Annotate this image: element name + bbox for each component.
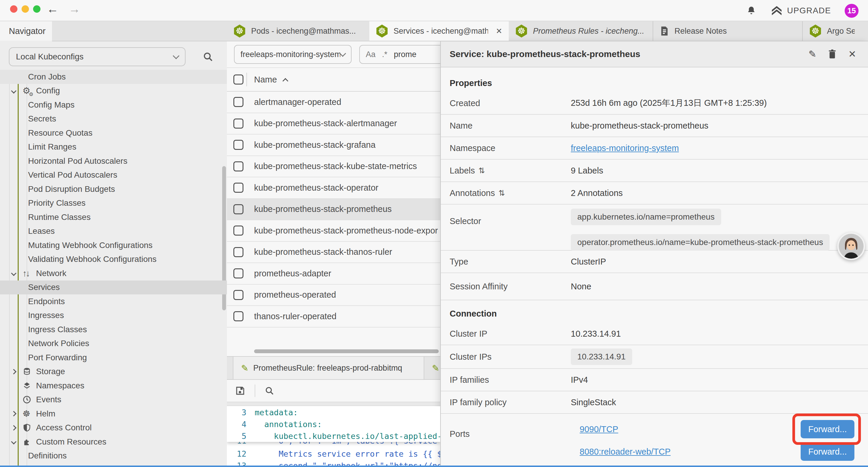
- chevron-right-icon[interactable]: [12, 426, 23, 430]
- sidebar-item-events[interactable]: Events: [0, 393, 227, 407]
- close-icon[interactable]: ✕: [848, 49, 856, 60]
- sidebar-item-resource-quotas[interactable]: Resource Quotas: [0, 126, 227, 140]
- trash-icon[interactable]: [828, 49, 837, 59]
- tab-release-notes[interactable]: Release Notes: [653, 21, 802, 41]
- minimize-window-button[interactable]: [22, 5, 29, 13]
- row-checkbox[interactable]: [234, 140, 243, 150]
- sidebar-item-vertical-pod-autoscalers[interactable]: Vertical Pod Autoscalers: [0, 168, 227, 182]
- forward-arrow-icon[interactable]: →: [68, 2, 80, 16]
- kubeconfig-selector[interactable]: Local Kubeconfigs: [9, 47, 186, 66]
- sidebar-item-runtime-classes[interactable]: Runtime Classes: [0, 210, 227, 224]
- row-checkbox[interactable]: [234, 183, 243, 193]
- sidebar-item-port-forwarding[interactable]: Port Forwarding: [0, 351, 227, 365]
- editor-gutter-strip: [227, 402, 440, 406]
- yaml-editor[interactable]: 3metadata:4annotations:5kubectl.kubernet…: [227, 406, 440, 467]
- table-row[interactable]: kube-prometheus-stack-thanos-ruler: [227, 242, 440, 263]
- forward-port-button[interactable]: Forward...: [801, 420, 855, 438]
- sidebar-item-helm[interactable]: ☸Helm: [0, 407, 227, 421]
- close-tab-icon[interactable]: ✕: [496, 27, 502, 36]
- tab-prometheus-rules[interactable]: ☸Prometheus Rules - icecheng...: [509, 21, 653, 41]
- table-row[interactable]: kube-prometheus-stack-prometheus-node-ex…: [227, 220, 440, 242]
- sidebar-item-access-control[interactable]: Access Control: [0, 421, 227, 435]
- editor-tab-prometheusrule[interactable]: ✎ PrometheusRule: freeleaps-prod-rabbitm…: [233, 357, 424, 379]
- row-checkbox[interactable]: [234, 290, 243, 300]
- editor-search-icon[interactable]: [264, 385, 275, 396]
- resource-tree: Cron Jobs⚙⚙ConfigConfig MapsSecretsResou…: [0, 70, 227, 463]
- sidebar-item-ingress-classes[interactable]: Ingress Classes: [0, 322, 227, 337]
- sidebar-item-custom-resources[interactable]: Custom Resources: [0, 435, 227, 449]
- horizontal-scrollbar[interactable]: [254, 349, 439, 353]
- sidebar-item-leases[interactable]: Leases: [0, 224, 227, 238]
- table-row[interactable]: kube-prometheus-stack-operator: [227, 177, 440, 199]
- sidebar-item-horizontal-pod-autoscalers[interactable]: Horizontal Pod Autoscalers: [0, 154, 227, 168]
- sidebar-item-limit-ranges[interactable]: Limit Ranges: [0, 140, 227, 154]
- sidebar-item-endpoints[interactable]: Endpoints: [0, 294, 227, 309]
- chevron-right-icon[interactable]: [12, 412, 23, 415]
- table-row[interactable]: kube-prometheus-stack-grafana: [227, 135, 440, 156]
- namespace-link[interactable]: freeleaps-monitoring-system: [571, 143, 679, 153]
- chevron-down-icon[interactable]: [12, 89, 23, 93]
- upgrade-button[interactable]: UPGRADE: [771, 5, 831, 16]
- row-checkbox[interactable]: [234, 311, 243, 321]
- sidebar-item-namespaces[interactable]: Namespaces: [0, 379, 227, 393]
- table-row[interactable]: prometheus-adapter: [227, 263, 440, 285]
- table-row[interactable]: thanos-ruler-operated: [227, 306, 440, 327]
- table-row[interactable]: kube-prometheus-stack-kube-state-metrics: [227, 156, 440, 178]
- table-row[interactable]: kube-prometheus-stack-prometheus: [227, 199, 440, 221]
- sidebar-item-secrets[interactable]: Secrets: [0, 112, 227, 126]
- tab-pods[interactable]: ☸Pods - icecheng@mathmas...: [227, 21, 369, 41]
- table-row[interactable]: alertmanager-operated: [227, 92, 440, 113]
- chevron-down-icon[interactable]: [12, 440, 23, 444]
- service-name: kube-prometheus-stack-grafana: [254, 140, 375, 150]
- row-checkbox[interactable]: [234, 226, 243, 236]
- sidebar-item-network-policies[interactable]: Network Policies: [0, 337, 227, 351]
- table-search-input[interactable]: Aa .* prome: [359, 45, 440, 64]
- sidebar-item-cron-jobs[interactable]: Cron Jobs: [0, 70, 227, 84]
- sidebar-item-pod-disruption-budgets[interactable]: Pod Disruption Budgets: [0, 182, 227, 196]
- chevron-down-icon[interactable]: [12, 271, 23, 275]
- navigator-tab[interactable]: Navigator: [0, 21, 52, 41]
- sidebar-item-services[interactable]: Services: [0, 281, 227, 295]
- chevron-right-icon[interactable]: [12, 370, 23, 374]
- match-case-toggle[interactable]: Aa: [366, 50, 375, 59]
- row-checkbox[interactable]: [234, 162, 243, 171]
- port-link[interactable]: 8080:reloader-web/TCP: [580, 447, 671, 457]
- sidebar-item-validating-webhook-configurations[interactable]: Validating Webhook Configurations: [0, 253, 227, 267]
- sidebar-item-ingresses[interactable]: Ingresses: [0, 309, 227, 323]
- sidebar-item-network[interactable]: ↑↓Network: [0, 266, 227, 281]
- search-icon[interactable]: [202, 51, 214, 63]
- table-row[interactable]: kube-prometheus-stack-alertmanager: [227, 113, 440, 135]
- close-window-button[interactable]: [10, 5, 18, 13]
- tab-argo[interactable]: ☸Argo Se: [802, 21, 861, 41]
- forward-port-button[interactable]: Forward...: [801, 442, 855, 461]
- sidebar-item-storage[interactable]: Storage: [0, 365, 227, 379]
- arrows-up-down-icon: ↑↓: [23, 269, 29, 278]
- row-checkbox[interactable]: [234, 119, 243, 128]
- expand-collapse-icon[interactable]: ⇅: [478, 166, 485, 175]
- row-checkbox[interactable]: [234, 97, 243, 107]
- edit-pencil-icon[interactable]: ✎: [808, 49, 816, 60]
- sidebar-item-priority-classes[interactable]: Priority Classes: [0, 196, 227, 210]
- expand-collapse-icon[interactable]: ⇅: [498, 188, 505, 198]
- code-line-11: 110", for : "1m", labels :{ service :: [227, 442, 440, 448]
- row-checkbox[interactable]: [234, 268, 243, 279]
- row-checkbox[interactable]: [234, 204, 243, 214]
- notification-badge[interactable]: 15: [845, 4, 859, 18]
- sidebar-item-mutating-webhook-configurations[interactable]: Mutating Webhook Configurations: [0, 238, 227, 253]
- port-link[interactable]: 9090/TCP: [580, 425, 618, 434]
- table-row[interactable]: prometheus-operated: [227, 285, 440, 306]
- regex-toggle[interactable]: .*: [382, 50, 387, 59]
- save-icon[interactable]: [235, 385, 246, 396]
- tab-services[interactable]: ☸Services - icecheng@math...✕: [369, 21, 509, 41]
- row-checkbox[interactable]: [234, 247, 243, 257]
- maximize-window-button[interactable]: [33, 5, 40, 13]
- sidebar-item-definitions[interactable]: Definitions: [0, 449, 227, 463]
- name-column-header[interactable]: Name: [254, 75, 277, 85]
- namespace-filter-select[interactable]: freeleaps-monitoring-system: [234, 45, 351, 64]
- back-arrow-icon[interactable]: ←: [47, 2, 59, 16]
- sidebar-item-config-maps[interactable]: Config Maps: [0, 98, 227, 112]
- bell-icon[interactable]: [746, 5, 757, 16]
- sidebar-item-config[interactable]: ⚙⚙Config: [0, 84, 227, 98]
- editor-tab-next[interactable]: ✎: [424, 357, 440, 379]
- select-all-checkbox[interactable]: [234, 75, 243, 85]
